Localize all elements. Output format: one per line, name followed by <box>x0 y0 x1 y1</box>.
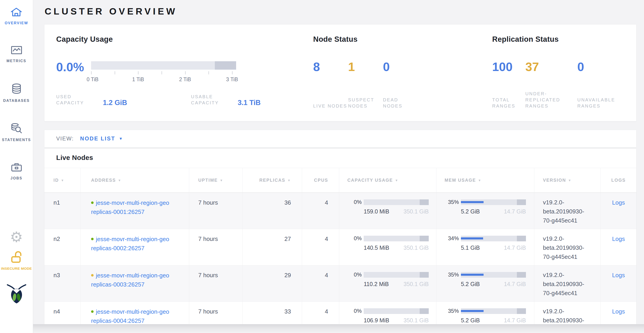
node-status-dot <box>91 238 94 240</box>
mem-mini-bar <box>461 272 526 278</box>
replication-status-title: Replication Status <box>492 35 636 44</box>
node-replicas: 33 <box>242 302 302 324</box>
node-address-cell: jesse-movr-multi-region-georeplicas-0002… <box>80 229 189 265</box>
capacity-total-value: 350.1 GiB <box>404 281 429 287</box>
sidebar-item-label: STATEMENTS <box>2 138 31 142</box>
capacity-axis-ticks <box>91 71 236 75</box>
logs-link[interactable]: Logs <box>612 308 625 315</box>
total-ranges-count: 100 <box>492 61 525 73</box>
logs-link[interactable]: Logs <box>612 235 625 242</box>
mem-percent: 35% <box>444 308 461 314</box>
column-header-replicas[interactable]: REPLICAS▼ <box>242 168 302 192</box>
insecure-mode-indicator[interactable]: INSECURE MODE <box>1 250 32 271</box>
capacity-mini-bar <box>364 199 429 205</box>
node-uptime: 7 hours <box>189 193 242 229</box>
node-mem-usage-cell: 34% 5.1 GiB14.7 GiB <box>436 229 534 265</box>
node-address-link[interactable]: jesse-movr-multi-region-georeplicas-0004… <box>91 308 183 324</box>
cockroachdb-logo[interactable] <box>6 282 27 305</box>
table-row: n1 jesse-movr-multi-region-georeplicas-0… <box>44 193 636 229</box>
capacity-axis-labels: 0 TiB 1 TiB 2 TiB 3 TiB <box>91 77 236 83</box>
capacity-total-value: 350.1 GiB <box>404 208 429 215</box>
column-header-capacity-usage[interactable]: CAPACITY USAGE▼ <box>339 168 436 192</box>
column-header-address[interactable]: ADDRESS▼ <box>80 168 189 192</box>
node-address-link[interactable]: jesse-movr-multi-region-georeplicas-0002… <box>91 236 183 253</box>
usable-capacity-label: USABLE CAPACITY <box>191 94 234 106</box>
node-version: v19.2.0-beta.20190930-70-g445ec41 <box>534 193 600 229</box>
view-dropdown[interactable]: NODE LIST <box>80 135 115 142</box>
under-replicated-ranges-stat: 37 UNDER-REPLICATED RANGES <box>525 61 578 109</box>
node-address-link[interactable]: jesse-movr-multi-region-georeplicas-0003… <box>91 272 183 289</box>
capacity-used-value: 159.0 MiB <box>364 208 389 215</box>
under-replicated-label: UNDER-REPLICATED RANGES <box>525 91 570 109</box>
sidebar: OVERVIEW METRICS DATABASES STATEMENTS JO… <box>0 0 33 333</box>
capacity-percent: 0% <box>348 199 364 205</box>
table-row: n4 jesse-movr-multi-region-georeplicas-0… <box>44 301 636 324</box>
sort-icon: ▼ <box>61 179 64 182</box>
capacity-percent: 0% <box>348 308 364 314</box>
node-cpus: 4 <box>302 265 339 301</box>
page-title: CLUSTER OVERVIEW <box>33 0 644 17</box>
node-capacity-usage-cell: 0% 140.5 MiB350.1 GiB <box>339 229 436 265</box>
capacity-mini-bar <box>364 236 429 241</box>
dead-nodes-stat: 0 DEAD NODES <box>383 61 418 109</box>
sidebar-item-metrics[interactable]: METRICS <box>6 45 26 63</box>
table-row: n3 jesse-movr-multi-region-georeplicas-0… <box>44 265 636 301</box>
sidebar-item-overview[interactable]: OVERVIEW <box>5 7 28 25</box>
capacity-used-value: 140.5 MiB <box>364 244 389 251</box>
logs-link[interactable]: Logs <box>612 272 625 278</box>
used-capacity-label: USED CAPACITY <box>56 94 99 106</box>
column-header-uptime[interactable]: UPTIME▼ <box>189 168 242 192</box>
node-replicas: 27 <box>242 229 302 265</box>
gear-icon[interactable]: ⚙ <box>10 230 23 244</box>
capacity-percent: 0% <box>348 271 364 278</box>
used-capacity-stat: USED CAPACITY 1.2 GiB <box>56 94 191 106</box>
unlock-icon <box>10 250 23 264</box>
mem-total-value: 14.7 GiB <box>504 208 526 215</box>
capacity-mini-bar <box>364 272 429 278</box>
node-cpus: 4 <box>302 193 339 229</box>
capacity-bar-cap-segment <box>215 61 236 70</box>
node-replicas: 29 <box>242 265 302 301</box>
node-capacity-usage-cell: 0% 159.0 MiB350.1 GiB <box>339 193 436 229</box>
node-address-cell: jesse-movr-multi-region-georeplicas-0004… <box>80 302 189 324</box>
column-header-mem-usage[interactable]: MEM USAGE▼ <box>436 168 534 192</box>
sort-icon: ▼ <box>287 179 291 182</box>
insecure-mode-label: INSECURE MODE <box>1 266 32 271</box>
column-header-version[interactable]: VERSION▼ <box>534 168 600 192</box>
mem-mini-bar <box>461 236 526 241</box>
sort-icon: ▼ <box>568 179 572 182</box>
mem-total-value: 14.7 GiB <box>504 281 526 287</box>
capacity-total-value: 350.1 GiB <box>404 244 429 251</box>
mem-percent: 35% <box>444 271 461 278</box>
sort-icon: ▼ <box>220 179 224 182</box>
dead-nodes-count: 0 <box>383 61 418 73</box>
statements-icon <box>10 123 22 135</box>
table-row: n2 jesse-movr-multi-region-georeplicas-0… <box>44 229 636 265</box>
node-address-cell: jesse-movr-multi-region-georeplicas-0001… <box>80 193 189 229</box>
bottom-scroll-shadow <box>33 324 644 332</box>
logs-link[interactable]: Logs <box>612 199 625 206</box>
live-nodes-stat: 8 LIVE NODES <box>313 61 348 109</box>
sidebar-item-jobs[interactable]: JOBS <box>10 162 23 180</box>
node-mem-usage-cell: 35% 5.2 GiB14.7 GiB <box>436 265 534 301</box>
view-label: VIEW: <box>56 135 74 142</box>
node-id: n3 <box>44 265 80 301</box>
node-status-dot <box>91 274 94 276</box>
column-header-id[interactable]: ID▼ <box>44 168 80 192</box>
capacity-mini-bar <box>364 308 429 314</box>
sidebar-item-databases[interactable]: DATABASES <box>3 83 30 103</box>
sort-icon: ▼ <box>478 179 482 182</box>
sidebar-item-label: OVERVIEW <box>5 21 28 25</box>
live-nodes-label: LIVE NODES <box>313 103 348 109</box>
suspect-nodes-stat: 1 SUSPECT NODES <box>348 61 383 109</box>
view-selector-bar: VIEW: NODE LIST ▼ <box>44 130 636 147</box>
mem-used-value: 5.2 GiB <box>461 317 480 324</box>
mem-used-value: 5.2 GiB <box>461 281 480 287</box>
column-header-logs: LOGS <box>600 168 636 192</box>
node-address-link[interactable]: jesse-movr-multi-region-georeplicas-0001… <box>91 199 183 216</box>
sidebar-item-statements[interactable]: STATEMENTS <box>2 123 31 142</box>
node-capacity-usage-cell: 0% 110.2 MiB350.1 GiB <box>339 265 436 301</box>
chevron-down-icon[interactable]: ▼ <box>119 137 123 141</box>
node-id: n2 <box>44 229 80 265</box>
node-mem-usage-cell: 35% 5.2 GiB14.7 GiB <box>436 302 534 324</box>
